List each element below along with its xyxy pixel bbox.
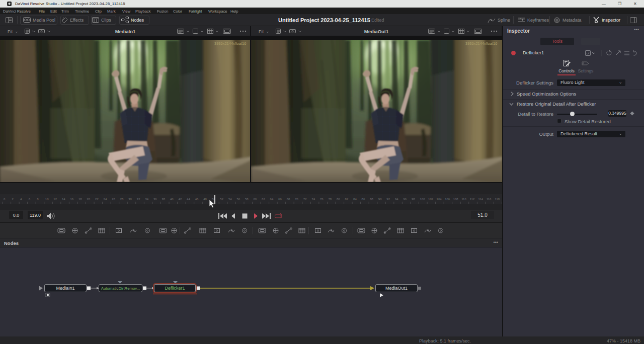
- svg-text:76: 76: [320, 198, 324, 201]
- svg-text:114: 114: [478, 198, 483, 201]
- svg-text:20: 20: [87, 198, 91, 201]
- svg-text:92: 92: [386, 198, 390, 201]
- svg-text:14: 14: [62, 198, 65, 201]
- svg-text:90: 90: [378, 198, 382, 201]
- svg-text:42: 42: [179, 198, 182, 201]
- svg-text:84: 84: [353, 198, 357, 201]
- svg-text:106: 106: [445, 198, 450, 201]
- svg-text:70: 70: [295, 198, 298, 201]
- svg-text:28: 28: [120, 198, 124, 201]
- svg-text:46: 46: [195, 198, 199, 201]
- svg-text:44: 44: [187, 198, 190, 201]
- svg-text:110: 110: [461, 198, 466, 201]
- svg-text:54: 54: [228, 198, 232, 201]
- svg-text:30: 30: [128, 198, 132, 201]
- svg-text:22: 22: [95, 198, 99, 201]
- svg-text:38: 38: [162, 198, 165, 201]
- svg-text:56: 56: [236, 198, 240, 201]
- svg-text:88: 88: [370, 198, 373, 201]
- svg-text:12: 12: [53, 198, 57, 201]
- svg-text:66: 66: [278, 198, 282, 201]
- svg-text:118: 118: [495, 198, 500, 201]
- svg-text:104: 104: [437, 198, 442, 201]
- svg-text:52: 52: [220, 198, 223, 201]
- svg-text:16: 16: [70, 198, 73, 201]
- svg-text:62: 62: [262, 198, 265, 201]
- svg-text:40: 40: [170, 198, 174, 201]
- svg-text:86: 86: [362, 198, 365, 201]
- svg-text:18: 18: [78, 198, 82, 201]
- svg-text:98: 98: [412, 198, 415, 201]
- svg-text:94: 94: [395, 198, 398, 201]
- svg-text:78: 78: [329, 198, 332, 201]
- svg-text:26: 26: [112, 198, 115, 201]
- svg-text:68: 68: [287, 198, 290, 201]
- svg-text:48: 48: [203, 198, 207, 201]
- svg-text:80: 80: [337, 198, 340, 201]
- svg-text:10: 10: [45, 198, 49, 201]
- svg-text:72: 72: [303, 198, 307, 201]
- svg-text:32: 32: [137, 198, 140, 201]
- svg-text:108: 108: [453, 198, 459, 201]
- svg-text:34: 34: [145, 198, 148, 201]
- svg-text:58: 58: [245, 198, 249, 201]
- svg-text:116: 116: [487, 198, 492, 201]
- svg-text:100: 100: [420, 198, 426, 201]
- svg-text:64: 64: [270, 198, 274, 201]
- svg-text:96: 96: [403, 198, 407, 201]
- svg-text:36: 36: [153, 198, 157, 201]
- svg-text:112: 112: [470, 198, 475, 201]
- svg-text:24: 24: [104, 198, 107, 201]
- svg-text:60: 60: [254, 198, 257, 201]
- svg-text:102: 102: [428, 198, 434, 201]
- svg-text:82: 82: [345, 198, 349, 201]
- svg-text:74: 74: [311, 198, 315, 201]
